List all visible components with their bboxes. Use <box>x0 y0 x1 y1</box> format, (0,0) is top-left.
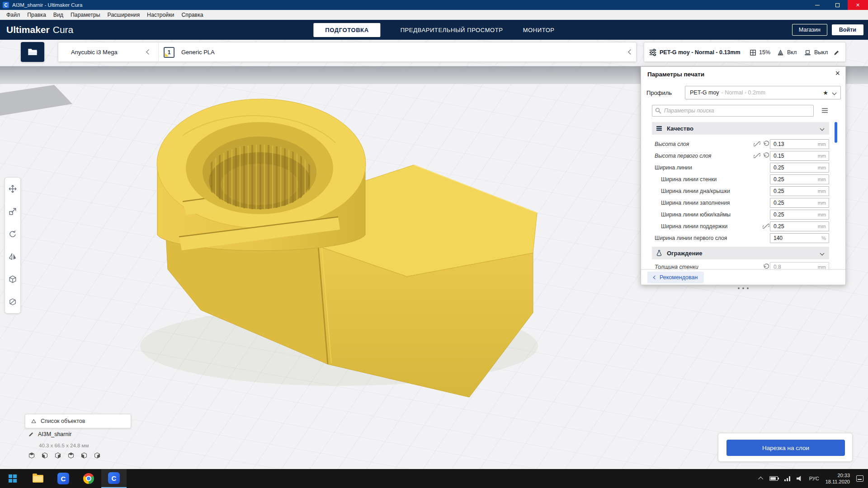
setting-unit: mm <box>818 264 826 269</box>
minimize-button[interactable] <box>807 0 827 10</box>
rotate-icon <box>9 230 17 238</box>
support-blocker-button[interactable] <box>5 291 20 313</box>
object-list-toggle[interactable]: Список объектов <box>25 414 131 428</box>
per-model-settings-button[interactable] <box>5 268 20 291</box>
material-name[interactable]: Generic PLA <box>181 49 215 56</box>
setting-row-initial-layer-line-width: Ширина линии первого слоя % <box>641 232 845 244</box>
setting-label: Высота первого слоя <box>655 153 711 159</box>
collapse-material-icon[interactable] <box>628 49 633 54</box>
menu-extensions[interactable]: Расширения <box>104 11 144 19</box>
settings-scroll-area[interactable]: Качество Высота слоя mm Высота первого с… <box>641 67 845 269</box>
printer-material-bar[interactable]: Anycubic i3 Mega 1 Generic PLA <box>58 42 637 62</box>
link-icon[interactable] <box>754 141 760 147</box>
view-preset-row <box>28 452 101 459</box>
setting-unit: mm <box>818 165 826 170</box>
setting-label: Толщина стенки <box>655 264 698 269</box>
scale-tool-button[interactable] <box>5 200 20 223</box>
setting-unit: mm <box>818 153 826 159</box>
profile-summary: PET-G moy - Normal - 0.13mm <box>660 42 741 62</box>
category-quality[interactable]: Качество <box>652 122 829 135</box>
language-indicator[interactable]: РУС <box>809 476 819 481</box>
setting-unit: mm <box>818 212 826 217</box>
chevron-left-icon <box>653 275 657 279</box>
scale-icon <box>9 207 17 216</box>
volume-icon[interactable] <box>797 476 803 482</box>
setting-unit: mm <box>818 224 826 229</box>
view-front-button[interactable] <box>41 452 48 459</box>
cura-icon: C <box>108 472 120 484</box>
menu-file[interactable]: Файл <box>3 11 24 19</box>
start-button[interactable] <box>0 469 25 488</box>
chrome-button[interactable] <box>76 469 101 488</box>
battery-icon[interactable] <box>769 476 778 481</box>
divider <box>158 42 159 62</box>
slice-button[interactable]: Нарезка на слои <box>726 440 845 456</box>
collapse-printer-icon[interactable] <box>146 49 151 54</box>
panel-scrollbar[interactable] <box>835 122 837 143</box>
taskbar: C C РУС 20:33 18.11.2020 <box>0 469 868 488</box>
setting-row-infill-line-width: Ширина линии заполнения mm <box>641 197 845 209</box>
tray-expand-icon[interactable] <box>758 477 763 482</box>
sign-in-button[interactable]: Войти <box>832 24 863 35</box>
menu-settings[interactable]: Параметры <box>67 11 104 19</box>
clock-time: 20:33 <box>837 473 850 478</box>
revert-icon[interactable] <box>763 141 769 147</box>
menu-edit[interactable]: Правка <box>24 11 50 19</box>
revert-icon[interactable] <box>763 263 769 269</box>
shell-icon <box>656 249 663 257</box>
view-3d-button[interactable] <box>28 452 35 459</box>
revert-icon[interactable] <box>763 152 769 159</box>
setting-row-layer-height: Высота слоя mm <box>641 138 845 150</box>
network-icon[interactable] <box>784 476 790 481</box>
logo-cura: Cura <box>53 24 74 35</box>
clock[interactable]: 20:33 18.11.2020 <box>826 472 850 485</box>
clock-date: 18.11.2020 <box>826 479 850 484</box>
print-settings-panel: Параметры печати × Профиль PET-G moy - N… <box>641 66 846 285</box>
category-shell[interactable]: Ограждение <box>652 247 829 259</box>
panel-resize-handle[interactable] <box>738 287 749 289</box>
cura-running-button[interactable]: C <box>101 469 127 488</box>
setting-label: Ширина линии юбки/каймы <box>661 211 731 218</box>
stage-tabs: ПОДГОТОВКА ПРЕДВАРИТЕЛЬНЫЙ ПРОСМОТР МОНИ… <box>313 20 554 40</box>
tab-prepare[interactable]: ПОДГОТОВКА <box>313 23 380 37</box>
link-icon[interactable] <box>763 223 769 230</box>
menu-help[interactable]: Справка <box>178 11 207 19</box>
object-name: AI3M_sharnir <box>38 431 71 437</box>
maximize-button[interactable] <box>827 0 848 10</box>
chevron-down-icon <box>820 126 825 131</box>
rotate-tool-button[interactable] <box>5 223 20 245</box>
view-left-button[interactable] <box>67 452 75 459</box>
printer-name[interactable]: Anycubic i3 Mega <box>71 49 118 56</box>
action-center-icon[interactable] <box>856 475 863 482</box>
setting-value-input[interactable] <box>770 233 829 243</box>
view-right-button[interactable] <box>80 452 88 459</box>
marketplace-button[interactable]: Магазин <box>792 24 827 36</box>
link-icon[interactable] <box>754 152 760 159</box>
menu-preferences[interactable]: Настройки <box>143 11 178 19</box>
print-settings-summary[interactable]: PET-G moy - Normal - 0.13mm 15% Вкл Выкл <box>644 42 846 62</box>
folder-icon <box>28 48 38 56</box>
setting-row-line-width: Ширина линии mm <box>641 162 845 174</box>
edit-settings-icon[interactable] <box>833 42 840 62</box>
tab-preview[interactable]: ПРЕДВАРИТЕЛЬНЫЙ ПРОСМОТР <box>401 27 503 33</box>
open-file-button[interactable] <box>21 42 44 62</box>
tab-monitor[interactable]: МОНИТОР <box>523 27 555 33</box>
recommended-mode-button[interactable]: Рекомендован <box>647 272 704 283</box>
setting-row-top-bottom-line-width: Ширина линии дна/крышки mm <box>641 185 845 197</box>
extruder-badge[interactable]: 1 <box>164 47 175 58</box>
move-tool-button[interactable] <box>5 178 20 200</box>
windows-logo-icon <box>9 474 17 483</box>
per-model-settings-icon <box>9 275 17 283</box>
mirror-tool-button[interactable] <box>5 245 20 268</box>
menu-view[interactable]: Вид <box>50 11 67 19</box>
close-button[interactable]: × <box>848 0 868 10</box>
cura-shortcut-button[interactable]: C <box>51 469 76 488</box>
object-item[interactable]: AI3M_sharnir <box>28 431 71 437</box>
infill-icon <box>750 42 756 62</box>
view-top-button[interactable] <box>54 452 61 459</box>
file-explorer-button[interactable] <box>25 469 51 488</box>
view-bottom-button[interactable] <box>94 452 101 459</box>
adhesion-icon <box>804 42 811 62</box>
setting-unit: mm <box>818 200 826 206</box>
setting-unit: mm <box>818 188 826 194</box>
